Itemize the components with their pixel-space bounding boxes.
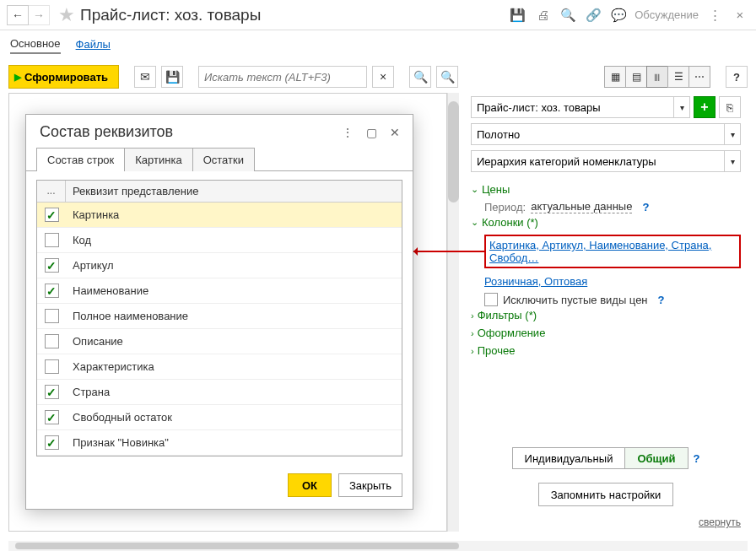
canvas-combo[interactable] xyxy=(471,123,724,145)
view-mode-3-button[interactable]: ⫼ xyxy=(646,66,668,88)
help-icon[interactable]: ? xyxy=(642,201,649,213)
grid-row[interactable]: ✓Свободный остаток xyxy=(37,405,402,430)
grid-row[interactable]: ✓Наименование xyxy=(37,278,402,304)
view-mode-4-button[interactable]: ☰ xyxy=(667,66,689,88)
search-back-button[interactable]: 🔍 xyxy=(409,66,431,88)
price-list-dropdown-button[interactable]: ▾ xyxy=(673,96,690,118)
dialog-tab-rows[interactable]: Состав строк xyxy=(36,148,125,171)
row-label: Наименование xyxy=(66,284,402,297)
dialog-title: Состав реквизитов xyxy=(40,123,173,141)
row-label: Артикул xyxy=(66,259,402,272)
section-columns[interactable]: ⌄Колонки (*) xyxy=(471,213,741,231)
discuss-icon[interactable]: 💬 xyxy=(609,6,628,24)
nav-back-button[interactable]: ← xyxy=(7,5,29,25)
period-value-link[interactable]: актуальные данные xyxy=(531,200,632,213)
remember-settings-button[interactable]: Запомнить настройки xyxy=(538,483,674,506)
link-icon[interactable]: 🔗 xyxy=(584,6,602,24)
row-label: Признак "Новинка" xyxy=(66,436,402,449)
grid-row[interactable]: ✓Артикул xyxy=(37,253,402,278)
mail-icon: ✉ xyxy=(140,70,150,84)
dialog-maximize-button[interactable]: ▢ xyxy=(364,125,379,140)
dialog-tab-stock[interactable]: Остатки xyxy=(192,148,255,171)
row-checkbox[interactable] xyxy=(45,233,59,247)
tab-files[interactable]: Файлы xyxy=(76,38,111,53)
favorite-star-icon[interactable]: ★ xyxy=(58,4,75,26)
canvas-scrollbar-horizontal[interactable] xyxy=(8,541,748,551)
section-filters[interactable]: ›Фильтры (*) xyxy=(471,306,741,324)
grid-row[interactable]: ✓Страна xyxy=(37,380,402,405)
section-design[interactable]: ›Оформление xyxy=(471,324,741,342)
chevron-right-icon: › xyxy=(471,346,474,356)
dialog-ok-button[interactable]: ОК xyxy=(288,473,332,497)
row-checkbox[interactable] xyxy=(45,359,59,374)
row-checkbox[interactable]: ✓ xyxy=(45,208,59,222)
close-icon[interactable]: × xyxy=(731,6,749,24)
floppy-icon: 💾 xyxy=(165,70,180,84)
prices-link[interactable]: Розничная, Оптовая xyxy=(484,275,741,288)
canvas-scrollbar-vertical[interactable] xyxy=(447,93,459,532)
duplicate-price-list-button[interactable]: ⎘ xyxy=(719,96,741,118)
grid-row[interactable]: Характеристика xyxy=(37,354,402,380)
x-icon: × xyxy=(380,70,386,84)
dialog-close-text-button[interactable]: Закрыть xyxy=(338,473,402,497)
chevron-down-icon: ⌄ xyxy=(471,184,478,195)
hierarchy-combo[interactable] xyxy=(471,150,724,172)
row-label: Полное наименование xyxy=(66,310,402,322)
chevron-right-icon: › xyxy=(471,311,474,321)
row-label: Характеристика xyxy=(66,360,402,373)
view-mode-2-button[interactable]: ▤ xyxy=(625,66,647,88)
columns-link[interactable]: Картинка, Артикул, Наименование, Страна,… xyxy=(489,239,711,264)
search-fwd-button[interactable]: 🔍 xyxy=(436,66,458,88)
search-input[interactable] xyxy=(198,66,367,88)
play-icon: ▶ xyxy=(14,72,21,83)
row-checkbox[interactable]: ✓ xyxy=(45,284,59,298)
row-checkbox[interactable] xyxy=(45,309,59,323)
help-icon[interactable]: ? xyxy=(658,294,665,306)
help-icon[interactable]: ? xyxy=(694,452,700,465)
section-prices[interactable]: ⌄Цены xyxy=(471,181,741,198)
section-other[interactable]: ›Прочее xyxy=(471,342,741,359)
discuss-label[interactable]: Обсуждение xyxy=(634,8,699,21)
row-checkbox[interactable]: ✓ xyxy=(45,258,59,273)
mode-general-button[interactable]: Общий xyxy=(624,447,688,469)
exclude-empty-label: Исключить пустые виды цен xyxy=(503,294,648,306)
grid-row[interactable]: Описание xyxy=(37,329,402,354)
collapse-link[interactable]: свернуть xyxy=(471,516,741,528)
generate-label: Сформировать xyxy=(24,71,108,84)
mail-button[interactable]: ✉ xyxy=(134,66,156,88)
row-checkbox[interactable] xyxy=(45,334,59,348)
close-icon: ✕ xyxy=(390,126,400,139)
save-icon[interactable]: 💾 xyxy=(508,6,526,24)
view-mode-1-button[interactable]: ▦ xyxy=(604,66,626,88)
row-checkbox[interactable]: ✓ xyxy=(45,410,59,424)
mode-individual-button[interactable]: Индивидуальный xyxy=(512,447,626,469)
preview-icon[interactable]: 🔍 xyxy=(559,6,577,24)
row-checkbox[interactable]: ✓ xyxy=(45,435,59,450)
period-label: Период: xyxy=(484,201,526,213)
generate-button[interactable]: ▶ Сформировать xyxy=(8,65,119,89)
price-list-combo[interactable] xyxy=(471,96,673,118)
dialog-tab-picture[interactable]: Картинка xyxy=(124,148,192,171)
search-clear-button[interactable]: × xyxy=(372,66,394,88)
grid-row[interactable]: ✓Признак "Новинка" xyxy=(37,430,402,456)
dialog-more-button[interactable]: ⋮ xyxy=(340,125,355,140)
save-doc-button[interactable]: 💾 xyxy=(161,66,183,88)
grid-row[interactable]: ✓Картинка xyxy=(37,203,402,228)
grid-row[interactable]: Полное наименование xyxy=(37,304,402,329)
attributes-dialog: Состав реквизитов ⋮ ▢ ✕ Состав строк Кар… xyxy=(25,114,413,510)
grid-row[interactable]: Код xyxy=(37,228,402,253)
maximize-icon: ▢ xyxy=(366,126,377,139)
hierarchy-dropdown-button[interactable]: ▾ xyxy=(724,150,741,172)
canvas-dropdown-button[interactable]: ▾ xyxy=(724,123,741,145)
chevron-right-icon: › xyxy=(471,328,474,338)
tab-main[interactable]: Основное xyxy=(10,37,61,54)
exclude-empty-checkbox[interactable] xyxy=(484,293,498,306)
dialog-close-button[interactable]: ✕ xyxy=(387,125,402,140)
more-icon[interactable]: ⋮ xyxy=(705,6,724,24)
help-button[interactable]: ? xyxy=(726,66,748,88)
row-checkbox[interactable]: ✓ xyxy=(45,385,59,399)
add-price-list-button[interactable]: + xyxy=(694,96,716,118)
nav-forward-button[interactable]: → xyxy=(28,5,50,25)
view-mode-5-button[interactable]: ⋯ xyxy=(688,66,710,88)
print-icon[interactable]: 🖨 xyxy=(533,6,552,24)
